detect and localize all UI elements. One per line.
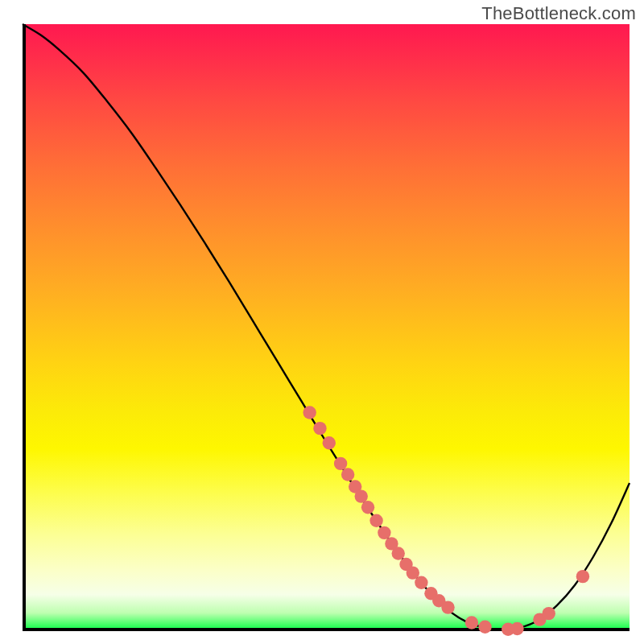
highlight-dot	[510, 622, 523, 635]
highlight-dot	[441, 601, 454, 613]
highlight-dot	[543, 607, 555, 620]
highlight-dot	[378, 526, 390, 539]
highlight-dot	[369, 514, 382, 527]
highlight-dots-group	[303, 406, 589, 636]
highlight-dot	[392, 547, 405, 559]
highlight-dot	[415, 576, 427, 588]
highlight-dot	[334, 457, 347, 470]
chart-svg	[23, 24, 630, 631]
highlight-dot	[313, 422, 326, 435]
chart-container: TheBottleneck.com	[0, 0, 644, 644]
highlight-dot	[576, 570, 589, 583]
bottleneck-curve	[23, 24, 630, 630]
attribution-text: TheBottleneck.com	[481, 3, 636, 24]
highlight-dot	[355, 489, 368, 502]
highlight-dot	[303, 406, 316, 419]
highlight-dot	[478, 621, 491, 634]
highlight-dot	[465, 616, 478, 629]
plot-area	[23, 24, 630, 631]
highlight-dot	[341, 468, 354, 481]
highlight-dot	[323, 436, 336, 449]
highlight-dot	[361, 501, 374, 514]
